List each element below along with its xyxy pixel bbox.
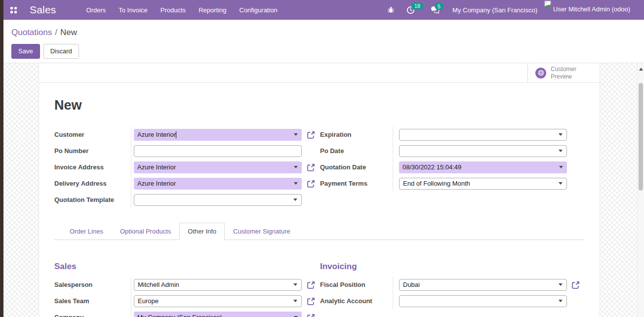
window-edge bbox=[0, 0, 3, 317]
chevron-down-icon[interactable] bbox=[559, 150, 563, 152]
menu-products[interactable]: Products bbox=[154, 0, 192, 20]
breadcrumb: Quotations/New bbox=[11, 28, 644, 38]
payment-terms-field[interactable]: End of Following Month bbox=[399, 178, 567, 190]
sales-team-label: Sales Team bbox=[54, 293, 131, 309]
po-date-field[interactable] bbox=[399, 145, 567, 157]
sales-section-heading: Sales bbox=[54, 262, 320, 272]
chevron-down-icon[interactable] bbox=[294, 166, 298, 168]
fiscal-position-external-link-icon[interactable] bbox=[567, 277, 585, 293]
page-title: New bbox=[54, 98, 584, 113]
customer-field[interactable]: Azure Interior bbox=[134, 129, 302, 141]
fiscal-position-label: Fiscal Position bbox=[320, 277, 393, 293]
sales-team-external-link-icon[interactable] bbox=[302, 293, 320, 309]
po-number-label: Po Number bbox=[54, 143, 131, 159]
company-label: Company bbox=[54, 309, 131, 317]
delivery-address-label: Delivery Address bbox=[54, 175, 131, 192]
chevron-down-icon[interactable] bbox=[294, 133, 298, 136]
quotation-template-label: Quotation Template bbox=[54, 192, 131, 208]
customer-preview-label: Customer Preview bbox=[551, 66, 576, 80]
company-field[interactable]: My Company (San Francisco) bbox=[134, 312, 302, 317]
chevron-down-icon[interactable] bbox=[293, 283, 297, 286]
breadcrumb-separator: / bbox=[55, 28, 57, 37]
chevron-down-icon[interactable] bbox=[559, 283, 563, 286]
app-name[interactable]: Sales bbox=[30, 4, 56, 16]
expiration-label: Expiration bbox=[320, 126, 393, 143]
chevron-down-icon[interactable] bbox=[293, 300, 297, 302]
po-number-field[interactable] bbox=[134, 145, 302, 157]
invoice-address-label: Invoice Address bbox=[54, 159, 131, 175]
breadcrumb-quotations-link[interactable]: Quotations bbox=[11, 28, 52, 37]
analytic-account-label: Analytic Account bbox=[320, 293, 393, 309]
top-navbar: Sales Orders To Invoice Products Reporti… bbox=[3, 0, 644, 20]
menu-orders[interactable]: Orders bbox=[80, 0, 113, 20]
content-area: Customer Preview New Customer Azure Inte… bbox=[3, 63, 644, 317]
breadcrumb-current: New bbox=[60, 28, 77, 37]
other-info-field-grid: Salesperson Mitchell Admin Fiscal Positi… bbox=[54, 277, 584, 317]
company-switcher[interactable]: My Company (San Francisco) bbox=[452, 6, 537, 14]
chevron-down-icon[interactable] bbox=[293, 198, 297, 201]
notebook-tabs: Order Lines Optional Products Other Info… bbox=[54, 223, 584, 240]
customer-external-link-icon[interactable] bbox=[302, 126, 320, 143]
broken-avatar-icon bbox=[544, 0, 552, 7]
customer-preview-button[interactable]: Customer Preview bbox=[527, 63, 600, 82]
quotation-date-label: Quotation Date bbox=[320, 159, 393, 175]
delivery-address-field[interactable]: Azure Interior bbox=[134, 178, 302, 190]
chevron-down-icon[interactable] bbox=[559, 182, 563, 185]
chevron-down-icon[interactable] bbox=[559, 300, 563, 302]
po-date-label: Po Date bbox=[320, 143, 393, 159]
activities-clock-icon[interactable]: 18 bbox=[401, 6, 421, 14]
sales-team-field[interactable]: Europe bbox=[134, 295, 302, 307]
chevron-down-icon[interactable] bbox=[294, 182, 298, 185]
scrollbar-thumb[interactable] bbox=[639, 83, 643, 191]
expiration-field[interactable] bbox=[399, 129, 567, 141]
invoice-address-external-link-icon[interactable] bbox=[302, 159, 320, 175]
save-button[interactable]: Save bbox=[11, 44, 40, 59]
salesperson-external-link-icon[interactable] bbox=[302, 277, 320, 293]
activity-count-badge: 18 bbox=[411, 2, 423, 10]
user-name: User Mitchell Admin (odoo) bbox=[553, 5, 630, 13]
invoicing-section-heading: Invoicing bbox=[320, 262, 357, 272]
message-count-badge: 5 bbox=[435, 2, 443, 10]
discard-button[interactable]: Discard bbox=[43, 44, 79, 59]
company-external-link-icon[interactable] bbox=[302, 309, 320, 317]
text-cursor bbox=[176, 131, 176, 138]
scroll-up-icon[interactable] bbox=[639, 68, 643, 71]
tab-other-info[interactable]: Other Info bbox=[179, 223, 225, 240]
user-menu[interactable]: User Mitchell Admin (odoo) bbox=[543, 0, 638, 20]
invoice-address-field[interactable]: Azure Interior bbox=[134, 161, 302, 173]
main-menu: Orders To Invoice Products Reporting Con… bbox=[80, 0, 284, 20]
menu-reporting[interactable]: Reporting bbox=[192, 0, 233, 20]
menu-configuration[interactable]: Configuration bbox=[233, 0, 284, 20]
payment-terms-label: Payment Terms bbox=[320, 175, 393, 192]
fiscal-position-field[interactable]: Dubai bbox=[399, 279, 567, 291]
tab-order-lines[interactable]: Order Lines bbox=[61, 223, 112, 240]
apps-menu-icon[interactable] bbox=[10, 7, 17, 13]
quotation-template-field[interactable] bbox=[134, 194, 302, 206]
salesperson-label: Salesperson bbox=[54, 277, 131, 293]
globe-icon bbox=[535, 68, 546, 79]
debug-bug-icon[interactable] bbox=[381, 6, 401, 14]
form-sheet: Customer Preview New Customer Azure Inte… bbox=[39, 63, 600, 317]
main-field-grid: Customer Azure Interior Expiration bbox=[54, 126, 584, 208]
delivery-address-external-link-icon[interactable] bbox=[302, 175, 320, 192]
form-statusbar: Customer Preview bbox=[39, 63, 600, 83]
analytic-account-field[interactable] bbox=[399, 295, 567, 307]
control-panel: Quotations/New Save Discard bbox=[3, 20, 644, 63]
chevron-down-icon[interactable] bbox=[559, 166, 563, 168]
salesperson-field[interactable]: Mitchell Admin bbox=[134, 279, 302, 291]
menu-to-invoice[interactable]: To Invoice bbox=[112, 0, 154, 20]
quotation-date-field[interactable]: 08/30/2022 15:04:49 bbox=[399, 161, 567, 173]
chevron-down-icon[interactable] bbox=[559, 133, 563, 136]
tab-optional-products[interactable]: Optional Products bbox=[112, 223, 179, 240]
tab-customer-signature[interactable]: Customer Signature bbox=[225, 223, 299, 240]
vertical-scrollbar[interactable] bbox=[637, 64, 644, 317]
customer-label: Customer bbox=[54, 126, 131, 143]
odoo-window: Sales Orders To Invoice Products Reporti… bbox=[0, 0, 644, 317]
messages-icon[interactable]: 5 bbox=[425, 6, 445, 14]
